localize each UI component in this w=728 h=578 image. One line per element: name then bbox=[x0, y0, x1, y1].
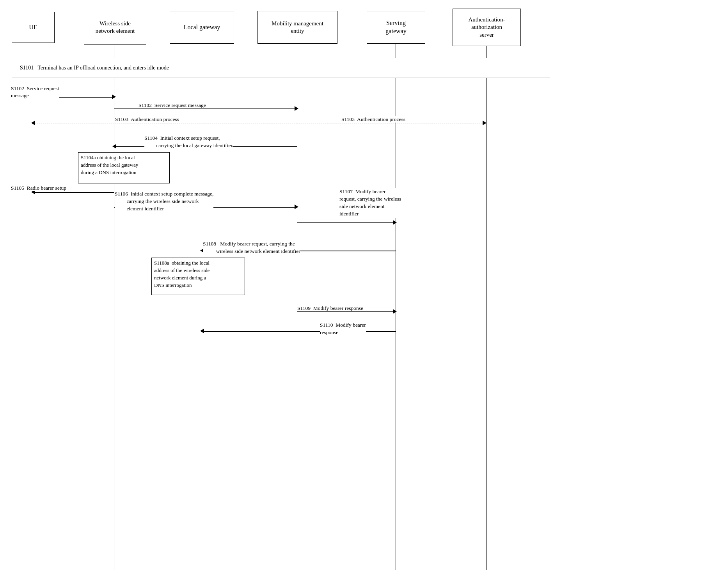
label-s1104: S1104 Initial context setup request, car… bbox=[144, 135, 233, 149]
arrowhead-s1109-right bbox=[393, 309, 397, 314]
arrow-s1103a bbox=[33, 123, 297, 123]
label-s1109: S1109 Modify bearer response bbox=[297, 305, 363, 311]
label-s1102a: S1102 Service requestmessage bbox=[11, 85, 59, 99]
entity-wsne: Wireless sidenetwork element bbox=[84, 10, 146, 45]
label-s1102b: S1102 Service request message bbox=[138, 102, 206, 108]
entity-mme: Mobility managemententity bbox=[257, 11, 337, 44]
arrow-s1102b bbox=[114, 108, 297, 109]
step-s1108a-box: S1108a obtaining the localaddress of the… bbox=[151, 258, 245, 295]
arrowhead-s1103a-left bbox=[31, 121, 35, 125]
arrow-s1105 bbox=[33, 192, 114, 193]
arrowhead-s1103b-right bbox=[483, 121, 487, 125]
entity-sgw: Servinggateway bbox=[367, 11, 425, 44]
label-s1110: S1110 Modify bearerresponse bbox=[320, 322, 366, 336]
arrow-s1103b bbox=[297, 123, 486, 123]
sequence-diagram: UE Wireless sidenetwork element Local ga… bbox=[0, 0, 728, 578]
arrowhead-s1110-left bbox=[200, 329, 204, 333]
label-s1103b: S1103 Authentication process bbox=[341, 116, 405, 123]
lifeline-wsne bbox=[114, 45, 114, 570]
arrowhead-s1107-right bbox=[393, 220, 397, 225]
entity-ue: UE bbox=[12, 12, 55, 43]
label-s1103a: S1103 Authentication process bbox=[115, 116, 179, 123]
step-s1101-label: S1101 Terminal has an IP offload connect… bbox=[20, 65, 169, 71]
arrowhead-s1102b-right bbox=[295, 106, 298, 111]
step-s1101-box: S1101 Terminal has an IP offload connect… bbox=[12, 58, 550, 78]
arrowhead-s1104-left bbox=[112, 144, 116, 149]
label-s1106: S1106 Initial context setup complete mes… bbox=[115, 190, 213, 213]
arrow-s1110 bbox=[202, 331, 396, 332]
entity-aas: Authentication-authorizationserver bbox=[453, 9, 521, 46]
entity-lgw: Local gateway bbox=[170, 11, 234, 44]
arrow-s1109 bbox=[297, 311, 396, 312]
arrowhead-s1102a-right bbox=[112, 94, 116, 99]
label-s1107: S1107 Modify bearerrequest, carrying the… bbox=[339, 188, 401, 218]
arrow-s1107 bbox=[297, 222, 396, 223]
step-s1104a-box: S1104a obtaining the localaddress of the… bbox=[78, 152, 170, 183]
arrowhead-s1106-right bbox=[295, 205, 298, 209]
label-s1105: S1105 Radio bearer setup bbox=[11, 185, 66, 191]
label-s1108: S1108 Modify bearer request, carrying th… bbox=[203, 240, 300, 255]
